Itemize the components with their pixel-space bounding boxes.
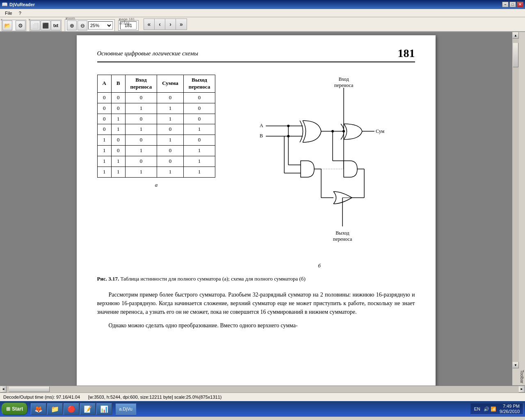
- sum-output-label: Сумма: [376, 128, 385, 134]
- col-header-cout: Выходпереноса: [183, 75, 215, 93]
- taskbar: ⊞ Start 🦊 📁 🔴 📝 📊 a.DjVu EN 🔊 📶 7:49 PM …: [0, 401, 525, 417]
- circuit-diagram-area: Вход переноса A B: [224, 71, 415, 269]
- page-label: page 181 of 846: [119, 17, 138, 25]
- page-close[interactable]: ×: [119, 17, 121, 21]
- bottom-scrollbar: ◄ ►: [0, 386, 525, 392]
- page-number: 181: [398, 48, 415, 59]
- zoom-in-button[interactable]: ⊕: [67, 21, 77, 30]
- toolbar: × 📂 ⚙ × ⬜ ⬛ txt zoom × ⊕ ⊖ 25% 50% 100% …: [0, 17, 525, 32]
- figure-caption: Рис. 3.17. Таблица истинности для полног…: [97, 276, 415, 282]
- col-header-b: B: [111, 75, 125, 93]
- hscroll-left-button[interactable]: ◄: [0, 386, 7, 393]
- zoom-label: zoom: [66, 16, 75, 21]
- col-header-sum: Сумма: [157, 75, 184, 93]
- titlebar-left: 📖 DjVuReader: [2, 2, 35, 7]
- minimize-button[interactable]: −: [502, 2, 509, 7]
- col-header-a: A: [97, 75, 111, 93]
- menu-help[interactable]: ?: [16, 10, 25, 16]
- file-info: [w:3503, h:5244, dpi:600, size:12211 byt…: [88, 395, 221, 399]
- menubar: File ?: [0, 9, 525, 17]
- output-carry-label: Выход: [336, 230, 349, 236]
- toolbar-btn-settings[interactable]: ⚙: [16, 21, 25, 30]
- truth-table-area: A B Входпереноса Сумма Выходпереноса 000…: [97, 71, 216, 269]
- table-row: 10010: [97, 135, 215, 146]
- table-row: 10101: [97, 146, 215, 156]
- toolbar-btn-text[interactable]: txt: [51, 21, 61, 30]
- taskbar-time: 7:49 PM 9/26/2010: [500, 404, 520, 414]
- input-carry-label2: переноса: [334, 82, 354, 88]
- titlebar: 📖 DjVuReader − □ ✕: [0, 0, 525, 9]
- hscroll-right-button[interactable]: ►: [518, 386, 525, 393]
- taskbar-icon-word[interactable]: 📝: [80, 403, 96, 415]
- circuit-svg: Вход переноса A B: [253, 71, 385, 259]
- status-bar: Decode/Output time (ms): 97.16/41.04 [w:…: [0, 392, 525, 401]
- taskbar-icon-unknown1[interactable]: 🔴: [64, 403, 79, 415]
- toolbar-group-view: × 📂 ⚙: [2, 20, 26, 31]
- table-row: 01101: [97, 124, 215, 135]
- taskbar-date: 9/26/2010: [500, 409, 520, 414]
- a-input-label: A: [260, 123, 263, 128]
- start-button[interactable]: ⊞ Start: [2, 403, 27, 415]
- scroll-track[interactable]: [512, 39, 519, 362]
- table-row: 00000: [97, 92, 215, 103]
- app-title: DjVuReader: [9, 2, 35, 7]
- nav-group: « ‹ › »: [144, 18, 187, 30]
- table-row: 11001: [97, 156, 215, 167]
- scroll-down-button[interactable]: ▼: [512, 362, 519, 368]
- toolbar-btn-continuous[interactable]: ⬜: [30, 21, 40, 30]
- maximize-button[interactable]: □: [509, 2, 516, 7]
- group-close-1[interactable]: ×: [0, 18, 2, 22]
- col-header-cin: Входпереноса: [125, 75, 157, 93]
- content-area: A B Входпереноса Сумма Выходпереноса 000…: [97, 71, 415, 269]
- body-paragraph-1: Рассмотрим пример более быстрого суммато…: [97, 290, 415, 316]
- table-row: 11111: [97, 167, 215, 178]
- toolbar-side-label[interactable]: Toolbar: [512, 368, 525, 386]
- b-input-label: B: [260, 133, 263, 139]
- zoom-close[interactable]: ×: [65, 16, 67, 21]
- nav-last-button[interactable]: »: [176, 19, 187, 30]
- zoom-group: zoom × ⊕ ⊖ 25% 50% 100%: [65, 19, 115, 32]
- taskbar-icon-explorer[interactable]: 📁: [47, 403, 63, 415]
- nav-first-button[interactable]: «: [144, 19, 155, 30]
- table-row: 01010: [97, 114, 215, 124]
- tray-icons: 🔊 📶: [484, 406, 496, 412]
- toolbar-btn-open[interactable]: 📂: [2, 21, 12, 30]
- group-close-2[interactable]: ×: [28, 18, 30, 22]
- page-header-title: Основные цифровые логические схемы: [97, 50, 199, 57]
- decode-time: Decode/Output time (ms): 97.16/41.04: [3, 395, 80, 399]
- hscroll-thumb[interactable]: [9, 386, 50, 392]
- input-carry-label: Вход: [339, 76, 349, 82]
- start-icon: ⊞: [6, 406, 10, 412]
- nav-prev-button[interactable]: ‹: [155, 19, 165, 30]
- scroll-thumb[interactable]: [513, 43, 518, 67]
- zoom-select[interactable]: 25% 50% 100%: [88, 21, 113, 30]
- app-icon: 📖: [2, 2, 8, 7]
- tray-lang: EN: [474, 406, 480, 411]
- toolbar-btn-facing[interactable]: ⬛: [41, 21, 50, 30]
- zoom-out-button[interactable]: ⊖: [78, 21, 87, 30]
- body-paragraph-2: Однако можно сделать одно преобразование…: [97, 321, 415, 330]
- taskbar-djvu-app[interactable]: a.DjVu: [115, 403, 136, 415]
- figure-caption-bold: Рис. 3.17.: [97, 276, 119, 282]
- section-a-label: а: [97, 182, 216, 188]
- page-header: Основные цифровые логические схемы 181: [97, 48, 415, 62]
- menu-file[interactable]: File: [2, 10, 16, 16]
- page-group: page 181 of 846 ×: [118, 20, 139, 31]
- page-paper: Основные цифровые логические схемы 181 A…: [77, 35, 436, 386]
- taskbar-djvu-label: a.DjVu: [119, 406, 132, 411]
- right-panel: ▲ ▼ Toolbar: [512, 32, 525, 386]
- taskbar-icon-unknown2[interactable]: 📊: [96, 403, 112, 415]
- output-carry-label2: переноса: [333, 236, 352, 242]
- start-label: Start: [12, 406, 23, 412]
- taskbar-clock: 7:49 PM: [500, 404, 520, 409]
- page-content[interactable]: Основные цифровые логические схемы 181 A…: [0, 32, 512, 386]
- close-button[interactable]: ✕: [517, 2, 523, 7]
- titlebar-controls: − □ ✕: [502, 2, 523, 7]
- hscroll-track[interactable]: [7, 386, 518, 393]
- figure-caption-text: Таблица истинности для полного сумматора…: [120, 276, 305, 282]
- section-b-label: б: [318, 262, 321, 269]
- truth-table: A B Входпереноса Сумма Выходпереноса 000…: [97, 75, 216, 178]
- nav-next-button[interactable]: ›: [165, 19, 176, 30]
- scroll-up-button[interactable]: ▲: [512, 32, 519, 39]
- taskbar-icon-firefox[interactable]: 🦊: [31, 403, 46, 415]
